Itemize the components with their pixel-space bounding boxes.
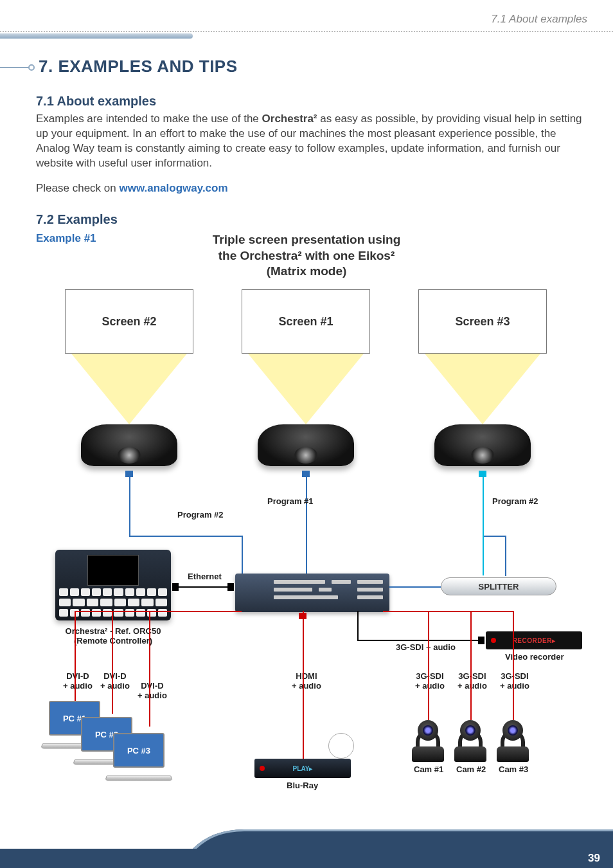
wire-cam1 bbox=[428, 611, 429, 720]
hdmi-b: + audio bbox=[292, 682, 321, 691]
screen-2-box: Screen #2 bbox=[65, 289, 193, 354]
label-sdi-audio: 3G-SDI + audio bbox=[396, 643, 456, 653]
arrow-proj2-in bbox=[125, 471, 133, 477]
label-program2-right: Program #2 bbox=[492, 497, 538, 507]
bluray-player: PLAY▸ bbox=[254, 759, 351, 778]
screen-3-box: Screen #3 bbox=[418, 289, 547, 354]
label-hdmi: HDMI + audio bbox=[292, 672, 321, 691]
para-bold: Orchestra² bbox=[262, 113, 317, 125]
wire-proc-to-splitter bbox=[389, 586, 441, 588]
wire-ethernet bbox=[177, 586, 229, 588]
dvi-1-b: + audio bbox=[63, 682, 93, 691]
check-link[interactable]: www.analogway.com bbox=[119, 182, 227, 194]
arrow-ethernet-l bbox=[172, 583, 179, 591]
section-7-1-title: 7.1 About examples bbox=[36, 94, 156, 109]
eikos-processor bbox=[235, 574, 389, 612]
arrow-proj3-in bbox=[479, 471, 486, 477]
wire-prog2-v bbox=[242, 536, 243, 575]
projector-3 bbox=[434, 424, 531, 466]
video-recorder-box: RECORDER▸ bbox=[486, 631, 582, 649]
sg3-a: 3G-SDI bbox=[500, 672, 529, 682]
footer-bar: 39 bbox=[0, 849, 613, 868]
hdmi-a: HDMI bbox=[292, 672, 321, 682]
dvi-2-a: DVI-D bbox=[100, 672, 130, 682]
chapter-bullet-circle bbox=[28, 64, 35, 71]
wire-hdmi bbox=[303, 611, 304, 759]
label-bluray: Blu-Ray bbox=[287, 781, 318, 791]
arrow-hdmi-up bbox=[299, 613, 306, 619]
page-number: 39 bbox=[588, 852, 600, 865]
label-cam3: Cam #3 bbox=[499, 765, 528, 775]
wire-splitter-out2-h bbox=[484, 536, 505, 537]
wire-cam3 bbox=[513, 611, 514, 720]
dvi-1-a: DVI-D bbox=[63, 672, 93, 682]
wire-proj1-in bbox=[306, 476, 307, 575]
wire-sdi-h bbox=[357, 640, 479, 641]
bluray-inner-label: PLAY▸ bbox=[293, 765, 313, 772]
label-sgsdi-2: 3G-SDI + audio bbox=[458, 672, 487, 691]
footer-curve bbox=[0, 829, 613, 849]
laptop-pc3: PC #3 bbox=[107, 733, 171, 784]
screen-1-box: Screen #1 bbox=[242, 289, 370, 354]
wire-prog2-h bbox=[129, 536, 242, 537]
beam-3 bbox=[425, 354, 540, 424]
label-ethernet: Ethernet bbox=[188, 572, 222, 582]
para-pre: Examples are intended to make the use of… bbox=[36, 113, 262, 125]
diagram-container: Screen #2 Screen #1 Screen #3 Program #2… bbox=[36, 289, 587, 817]
label-sgsdi-1: 3G-SDI + audio bbox=[415, 672, 445, 691]
label-sgsdi-3: 3G-SDI + audio bbox=[500, 672, 529, 691]
projector-2 bbox=[81, 424, 177, 466]
section-7-1-body: Examples are intended to make the use of… bbox=[36, 112, 587, 171]
beam-1 bbox=[248, 354, 364, 424]
camera-3 bbox=[497, 720, 529, 762]
label-dvi-2: DVI-D + audio bbox=[100, 672, 130, 691]
laptop-pc3-screen: PC #3 bbox=[113, 733, 164, 768]
dvi-2-b: + audio bbox=[100, 682, 130, 691]
orchestra-controller bbox=[55, 550, 171, 620]
diagram-title-l2: the Orchestra² with one Eikos² bbox=[0, 248, 613, 264]
section-7-1-check: Please check on www.analogway.com bbox=[36, 181, 587, 196]
sg2-b: + audio bbox=[458, 682, 487, 691]
diagram-title-l3: (Matrix mode) bbox=[0, 264, 613, 280]
arrow-proj1-in bbox=[302, 471, 310, 477]
wire-pc-h bbox=[75, 611, 242, 612]
arrow-ethernet-r bbox=[227, 583, 234, 591]
camera-1 bbox=[412, 720, 444, 762]
dvi-3-b: + audio bbox=[138, 691, 167, 701]
diagram-title: Triple screen presentation using the Orc… bbox=[0, 232, 613, 280]
wire-cam2 bbox=[470, 611, 472, 720]
beam-2 bbox=[71, 354, 187, 424]
wire-pc2 bbox=[112, 611, 113, 714]
laptop-pc3-base bbox=[105, 775, 173, 781]
wire-sdi-v bbox=[357, 611, 359, 641]
sg3-b: + audio bbox=[500, 682, 529, 691]
projector-1 bbox=[258, 424, 354, 466]
disc-icon bbox=[328, 733, 354, 759]
wire-pc1 bbox=[75, 611, 76, 701]
label-cam1: Cam #1 bbox=[414, 765, 443, 775]
label-program2-left: Program #2 bbox=[177, 511, 224, 520]
dvi-3-a: DVI-D bbox=[138, 682, 167, 691]
label-program1: Program #1 bbox=[267, 497, 314, 507]
check-pre: Please check on bbox=[36, 182, 119, 194]
camera-2 bbox=[454, 720, 486, 762]
label-cam2: Cam #2 bbox=[456, 765, 486, 775]
header-accent-bar bbox=[0, 33, 193, 39]
diagram-title-l1: Triple screen presentation using bbox=[0, 232, 613, 248]
wire-pc3 bbox=[149, 611, 150, 727]
section-7-2-title: 7.2 Examples bbox=[36, 212, 118, 227]
wire-proj2-in bbox=[129, 476, 130, 537]
wire-splitter-out2-v bbox=[505, 536, 506, 576]
arrow-sdi bbox=[478, 637, 484, 644]
sg1-a: 3G-SDI bbox=[415, 672, 445, 682]
wire-proj3-in bbox=[483, 476, 484, 575]
chapter-title: 7. EXAMPLES AND TIPS bbox=[39, 57, 238, 77]
wire-cam-h bbox=[383, 611, 514, 612]
splitter-box: SPLITTER bbox=[441, 577, 556, 595]
label-dvi-1: DVI-D + audio bbox=[63, 672, 93, 691]
sg1-b: + audio bbox=[415, 682, 445, 691]
header-divider bbox=[0, 31, 613, 32]
sg2-a: 3G-SDI bbox=[458, 672, 487, 682]
header-breadcrumb: 7.1 About examples bbox=[491, 13, 587, 26]
label-dvi-3: DVI-D + audio bbox=[138, 682, 167, 701]
